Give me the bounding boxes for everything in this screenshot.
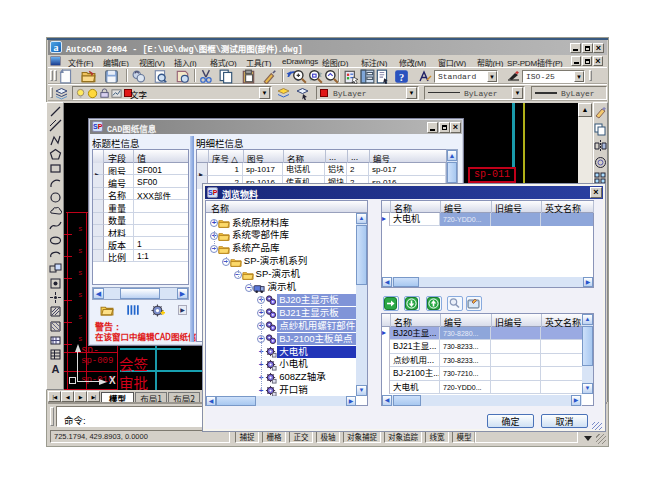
svg-text:?: ? [399,72,404,83]
svg-text:A: A [52,363,60,375]
